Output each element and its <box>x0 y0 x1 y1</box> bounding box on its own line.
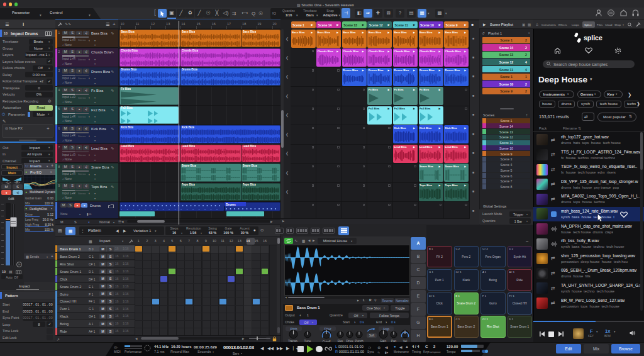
svg-text:∞: ∞ <box>18 262 21 266</box>
